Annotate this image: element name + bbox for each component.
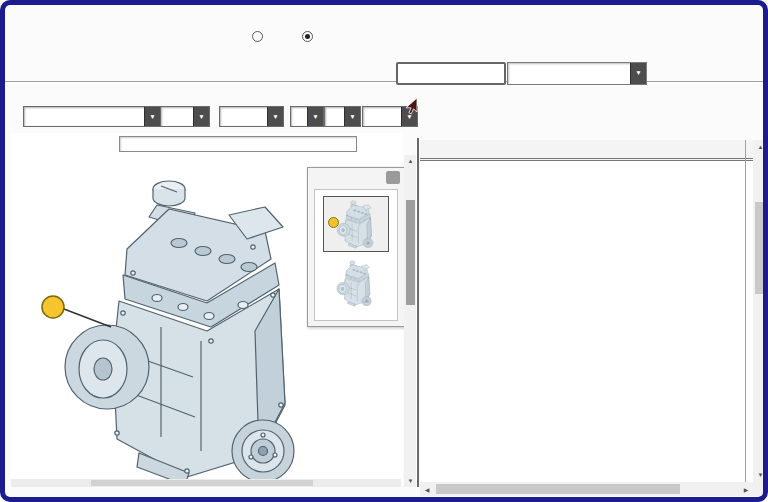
thumbnail-2[interactable] [327,256,383,310]
chevron-down-icon[interactable]: ▼ [344,107,360,126]
autopart-dropdown[interactable]: ▼ [507,62,647,85]
chevron-down-icon[interactable]: ▼ [193,107,209,126]
scroll-thumb[interactable] [436,484,680,494]
modelo-dropdown[interactable]: ▼ [160,106,210,127]
mouse-cursor [401,97,419,115]
callout-dot-icon [328,217,339,228]
scroll-right-icon[interactable]: ▶ [741,486,751,493]
close-icon[interactable] [386,171,400,184]
scroll-thumb[interactable] [91,480,313,486]
thumbnail-selected[interactable] [323,196,389,252]
otras-funciones-button[interactable] [396,62,506,85]
chevron-down-icon[interactable]: ▼ [307,107,323,126]
header-divider [5,81,763,83]
illustration-panel[interactable]: ▲ ▼ [11,133,403,487]
app-window: ▼ ▼ ▼ ▼ ▼ ▼ ▼ [0,0,768,502]
cuadro-thumb-list [314,189,398,321]
scroll-down-icon[interactable]: ▼ [753,472,768,478]
chevron-down-icon[interactable]: ▼ [144,107,160,126]
viewer-hscrollbar[interactable] [11,479,401,487]
panel-divider [416,138,419,487]
chevron-down-icon[interactable]: ▼ [267,107,283,126]
table-header [420,140,753,161]
autopart-value [508,63,630,84]
scroll-up-icon[interactable]: ▲ [753,144,768,150]
clipped-column-divider [745,140,746,487]
gp-dropdown[interactable]: ▼ [290,106,324,127]
scroll-thumb[interactable] [406,200,415,305]
callout-1[interactable] [42,296,111,327]
existencias-off-radio[interactable] [302,31,316,42]
parts-table [420,140,753,487]
scroll-left-icon[interactable]: ◀ [422,486,432,493]
existencias-on-radio[interactable] [252,31,266,42]
viewer-status-field [119,136,357,152]
table-vscrollbar[interactable]: ▲ ▼ [753,140,768,482]
radio-off-icon[interactable] [302,31,313,42]
chevron-down-icon[interactable]: ▼ [630,63,646,84]
anio-dropdown[interactable]: ▼ [219,106,284,127]
cuadro-panel[interactable] [307,167,405,327]
scrollbar-corner [753,482,768,496]
scroll-thumb[interactable] [755,202,766,294]
table-hscrollbar[interactable]: ◀ ▶ [420,482,753,496]
busqueda-dropdown[interactable]: ▼ [23,106,161,127]
radio-on-icon[interactable] [252,31,263,42]
sg-dropdown[interactable]: ▼ [324,106,361,127]
